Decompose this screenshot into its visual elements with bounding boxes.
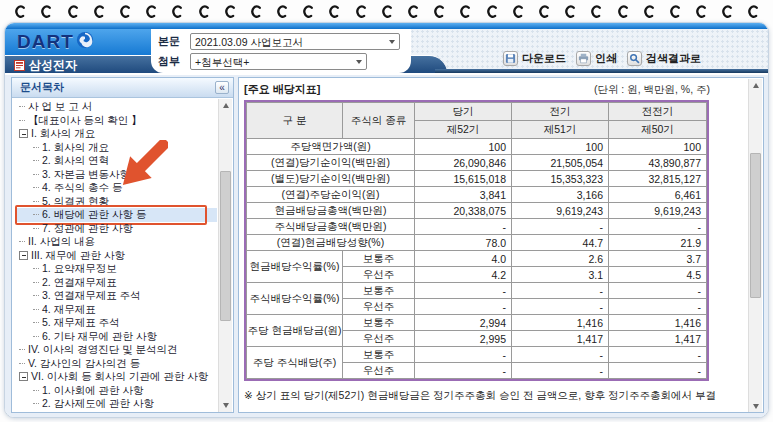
sidebar-item[interactable]: 1. 회사의 개요 xyxy=(16,141,217,155)
button-label: 검색결과로 xyxy=(646,51,701,66)
button-label: 인쇄 xyxy=(595,51,617,66)
table-cell: 21.9 xyxy=(609,235,707,251)
sidebar-item-label: III. 재무에 관한 사항 xyxy=(31,249,125,263)
sidebar-item[interactable]: 2. 감사제도에 관한 사항 xyxy=(16,397,217,411)
sidebar-item-label: VI. 이사회 등 회사의 기관에 관한 사항 xyxy=(31,370,208,384)
main-doc-select[interactable]: 2021.03.09 사업보고서 xyxy=(190,33,400,50)
table-cell: 주당 현금배당금(원) xyxy=(247,315,343,347)
sidebar-item-label: 2. 회사의 연혁 xyxy=(42,154,109,168)
attachment-select[interactable]: +첨부선택+ xyxy=(190,53,367,70)
tree-connector xyxy=(19,106,25,107)
scroll-down-icon[interactable] xyxy=(223,403,229,408)
company-bar-line xyxy=(435,69,769,73)
table-cell: - xyxy=(512,299,609,315)
main-panel: [주요 배당지표] (단위 : 원, 백만원, %, 주) 구 분주식의 종류당… xyxy=(238,77,764,413)
table-header-cell: 제50기 xyxy=(609,121,707,139)
print-button[interactable]: 인쇄 xyxy=(576,51,617,66)
sidebar-item-label: 6. 기타 재무에 관한 사항 xyxy=(42,330,157,344)
tree-connector xyxy=(33,295,39,296)
sidebar-item[interactable]: 1. 이사회에 관한 사항 xyxy=(16,384,217,398)
binder-ring-icon xyxy=(746,3,759,20)
sidebar-item[interactable]: II. 사업의 내용 xyxy=(16,235,217,249)
table-footnote: ※ 상기 표의 당기(제52기) 현금배당금은 정기주주총회 승인 전 금액으로… xyxy=(244,389,749,403)
table-header-cell: 전전기 xyxy=(609,103,707,121)
table-cell: 주당액면가액(원) xyxy=(247,139,415,155)
main-doc-select-value: 2021.03.09 사업보고서 xyxy=(195,36,303,48)
sidebar-item[interactable]: 4. 주식의 총수 등 xyxy=(16,181,217,195)
tree-connector xyxy=(19,241,25,242)
sidebar-item-label: 5. 의결권 현황 xyxy=(42,195,109,209)
sidebar-item[interactable]: 6. 기타 재무에 관한 사항 xyxy=(16,330,217,344)
binder-ring-icon xyxy=(537,3,550,20)
scrollbar-thumb[interactable] xyxy=(750,153,761,298)
table-header-cell: 전기 xyxy=(512,103,609,121)
table-cell: (연결)당기순이익(백만원) xyxy=(247,155,415,171)
sidebar-item[interactable]: 5. 재무제표 주석 xyxy=(16,316,217,330)
sidebar-item[interactable]: I. 회사의 개요 xyxy=(16,127,217,141)
table-cell: 1,416 xyxy=(512,315,609,331)
collapse-minus-icon[interactable] xyxy=(19,372,28,381)
scrollbar-thumb[interactable] xyxy=(220,171,231,321)
sidebar-item[interactable]: 사 업 보 고 서 xyxy=(16,100,217,114)
tree-connector xyxy=(33,201,39,202)
binder-ring-icon xyxy=(301,3,314,20)
sidebar-item[interactable]: IV. 이사의 경영진단 및 분석의견 xyxy=(16,343,217,357)
binder-ring-icon xyxy=(170,3,183,20)
sidebar-item[interactable]: VI. 이사회 등 회사의 기관에 관한 사항 xyxy=(16,370,217,384)
binder-ring-icon xyxy=(458,3,471,20)
sidebar-item-label: 3. 자본금 변동사항 xyxy=(42,168,130,182)
binder-ring-icon xyxy=(406,3,419,20)
download-button[interactable]: 다운로드 xyxy=(503,51,566,66)
scroll-down-icon[interactable] xyxy=(753,404,759,409)
sidebar-item[interactable]: V. 감사인의 감사의견 등 xyxy=(16,357,217,371)
sidebar-item[interactable]: III. 재무에 관한 사항 xyxy=(16,249,217,263)
table-row: (별도)당기순이익(백만원)15,615,01815,353,32332,815… xyxy=(247,171,707,187)
table-cell: 15,615,018 xyxy=(415,171,512,187)
scroll-up-icon[interactable] xyxy=(753,83,759,88)
sidebar-item[interactable]: 3. 자본금 변동사항 xyxy=(16,168,217,182)
sidebar-item[interactable]: 1. 요약재무정보 xyxy=(16,262,217,276)
to-search-results-button[interactable]: 검색결과로 xyxy=(627,51,701,66)
sidebar-item[interactable]: 7. 정관에 관한 사항 xyxy=(16,222,217,236)
scroll-up-icon[interactable] xyxy=(223,103,229,108)
table-cell: 20,338,075 xyxy=(415,203,512,219)
sidebar-item-label: 1. 이사회에 관한 사항 xyxy=(42,384,144,398)
sidebar-item[interactable]: 2. 회사의 연혁 xyxy=(16,154,217,168)
table-cell: - xyxy=(512,219,609,235)
sidebar-item[interactable]: 5. 의결권 현황 xyxy=(16,195,217,209)
table-cell: - xyxy=(415,363,512,379)
print-icon xyxy=(576,51,591,66)
sidebar-item[interactable]: 2. 연결재무제표 xyxy=(16,276,217,290)
sidebar-item-label: 7. 정관에 관한 사항 xyxy=(42,222,133,236)
main-scrollbar[interactable] xyxy=(748,79,762,413)
sidebar-item[interactable]: 3. 주주의 의결권 행사에 관한 사항 xyxy=(16,411,217,413)
table-cell: - xyxy=(609,283,707,299)
table-cell: 1,416 xyxy=(609,315,707,331)
sidebar-item[interactable]: 4. 재무제표 xyxy=(16,303,217,317)
sidebar-collapse-button[interactable]: « xyxy=(215,81,229,94)
collapse-minus-icon[interactable] xyxy=(19,251,28,260)
table-title: [주요 배당지표] xyxy=(244,82,320,97)
attachment-select-value: +첨부선택+ xyxy=(195,56,249,68)
tree-connector xyxy=(33,336,39,337)
sidebar-item[interactable]: 3. 연결재무제표 주석 xyxy=(16,289,217,303)
binder-ring-icon xyxy=(511,3,524,20)
chevron-down-icon xyxy=(356,60,362,64)
binder-ring-icon xyxy=(275,3,288,20)
collapse-minus-icon[interactable] xyxy=(19,129,28,138)
binder-ring-icon xyxy=(13,3,26,20)
table-cell: 26,090,846 xyxy=(415,155,512,171)
sidebar-item[interactable]: 【대표이사 등의 확인 】 xyxy=(16,114,217,128)
sidebar-item[interactable]: 6. 배당에 관한 사항 등 xyxy=(16,208,217,222)
binder-ring-icon xyxy=(118,3,131,20)
table-cell: - xyxy=(609,299,707,315)
binder-ring-icon xyxy=(327,3,340,20)
tree-connector xyxy=(33,390,39,391)
table-row: 현금배당수익률(%)보통주4.02.63.7 xyxy=(247,251,707,267)
table-row: (연결)주당순이익(원)3,8413,1666,461 xyxy=(247,187,707,203)
table-cell: 4.5 xyxy=(609,267,707,283)
sidebar-scrollbar[interactable] xyxy=(218,99,232,412)
sidebar-title: 문서목차 xyxy=(20,80,64,95)
dart-viewer-window: DART 삼성전자 본문 2021.03.09 사업보고서 첨부 +첨부선택+ xyxy=(4,22,769,418)
table-header-cell: 제51기 xyxy=(512,121,609,139)
